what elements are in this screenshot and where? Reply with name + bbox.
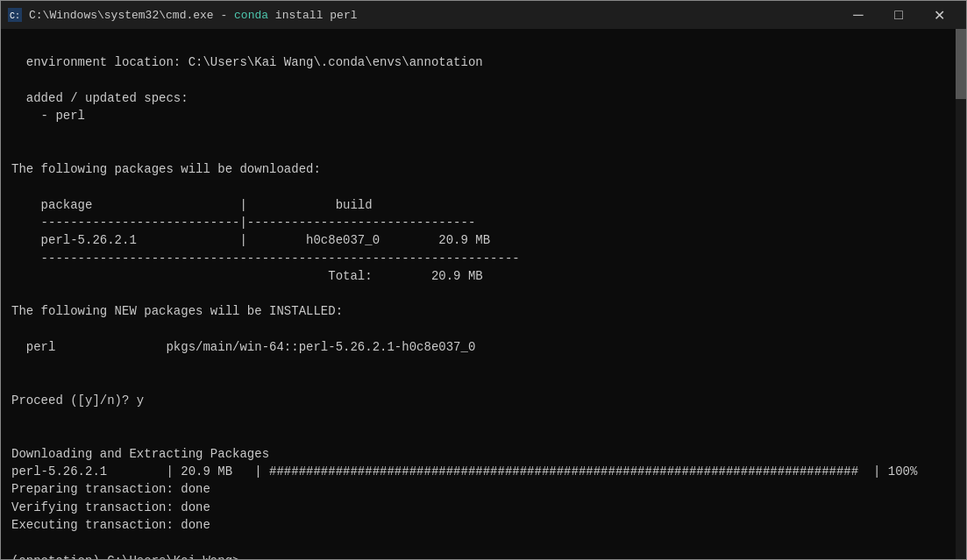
terminal-line: The following NEW packages will be INSTA… xyxy=(11,302,956,320)
title-bar: C: C:\Windows\system32\cmd.exe - conda i… xyxy=(1,1,966,29)
terminal-line xyxy=(11,36,956,53)
terminal-line: perl pkgs/main/win-64::perl-5.26.2.1-h0c… xyxy=(11,338,956,356)
close-button[interactable]: ✕ xyxy=(919,1,959,29)
cmd-icon: C: xyxy=(8,8,22,22)
terminal-line: perl-5.26.2.1 | h0c8e037_0 20.9 MB xyxy=(11,231,956,249)
terminal-line: - perl xyxy=(11,107,956,124)
restore-button[interactable]: □ xyxy=(878,1,919,29)
terminal-line: ---------------------------|------------… xyxy=(11,214,956,231)
scrollbar-thumb[interactable] xyxy=(956,29,966,99)
title-bar-controls: ─ □ ✕ xyxy=(838,1,959,29)
terminal-line: environment location: C:\Users\Kai Wang\… xyxy=(11,53,956,71)
terminal-line: The following packages will be downloade… xyxy=(11,160,956,178)
title-bar-text: C:\Windows\system32\cmd.exe - conda inst… xyxy=(29,9,838,22)
terminal-line xyxy=(11,143,956,160)
terminal-line: Total: 20.9 MB xyxy=(11,267,956,285)
terminal-line: Proceed ([y]/n)? y xyxy=(11,392,956,409)
terminal-line xyxy=(11,428,956,445)
terminal-output: environment location: C:\Users\Kai Wang\… xyxy=(11,36,956,559)
terminal-line: (annotation) C:\Users\Kai Wang> xyxy=(11,552,956,559)
cmd-window: C: C:\Windows\system32\cmd.exe - conda i… xyxy=(0,0,967,560)
terminal-body[interactable]: environment location: C:\Users\Kai Wang\… xyxy=(1,29,966,559)
terminal-line: added / updated specs: xyxy=(11,89,956,107)
terminal-line xyxy=(11,534,956,551)
terminal-line xyxy=(11,124,956,142)
terminal-line xyxy=(11,72,956,89)
terminal-line: Verifying transaction: done xyxy=(11,499,956,516)
terminal-line: package | build xyxy=(11,196,956,214)
terminal-line: ----------------------------------------… xyxy=(11,250,956,267)
svg-text:C:: C: xyxy=(10,11,20,21)
terminal-line xyxy=(11,356,956,373)
minimize-button[interactable]: ─ xyxy=(838,1,878,29)
terminal-line xyxy=(11,285,956,302)
terminal-line xyxy=(11,321,956,338)
terminal-line xyxy=(11,374,956,392)
scrollbar[interactable] xyxy=(956,29,966,559)
terminal-line xyxy=(11,178,956,195)
terminal-line: Executing transaction: done xyxy=(11,516,956,534)
terminal-line: perl-5.26.2.1 | 20.9 MB | ##############… xyxy=(11,463,956,480)
terminal-line: Downloading and Extracting Packages xyxy=(11,445,956,463)
terminal-line xyxy=(11,409,956,427)
terminal-line: Preparing transaction: done xyxy=(11,480,956,498)
